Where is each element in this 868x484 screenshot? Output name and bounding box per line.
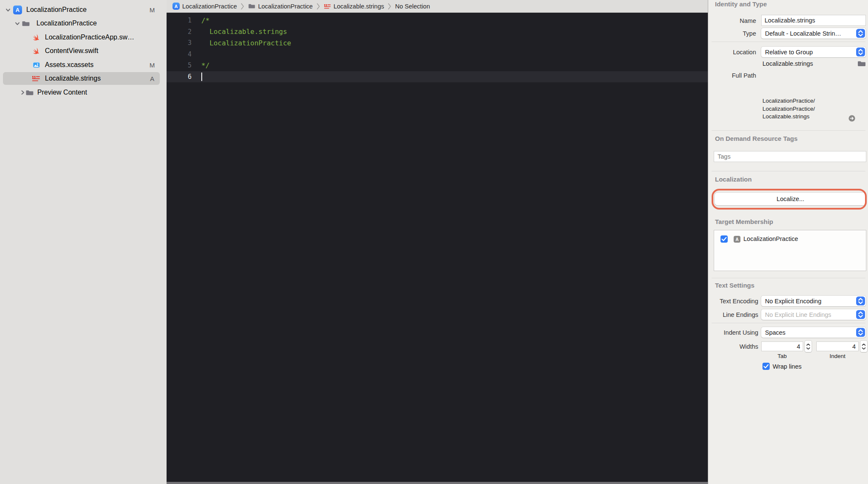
tab-sublabel: Tab xyxy=(761,353,803,359)
breadcrumb-separator-icon xyxy=(241,3,244,10)
location-file-name: Localizable.strings xyxy=(762,60,813,67)
source-control-badge: M xyxy=(148,58,156,72)
target-membership-list: A LocalizationPractice xyxy=(714,230,866,271)
tab-width-field[interactable] xyxy=(761,341,803,351)
breadcrumb-label: LocalizationPractice xyxy=(258,3,313,10)
sidebar-item-label: LocalizationPractice xyxy=(36,17,97,30)
target-label: LocalizationPractice xyxy=(743,235,798,242)
sidebar-item-assets[interactable]: Assets.xcassets M xyxy=(0,58,167,72)
app-icon: A xyxy=(172,3,180,10)
text-encoding-label: Text Encoding xyxy=(708,298,758,305)
code-text: */ xyxy=(192,62,209,70)
code-line: 2 Localizable.strings xyxy=(167,26,708,38)
target-checkbox[interactable] xyxy=(721,235,728,243)
sidebar-item-localizable-strings[interactable]: Localizable.strings A xyxy=(0,72,167,85)
breadcrumb-label: Localizable.strings xyxy=(334,3,384,10)
line-number: 3 xyxy=(167,39,192,47)
folder-icon xyxy=(25,86,34,99)
text-cursor xyxy=(201,73,202,81)
folder-icon xyxy=(248,3,256,9)
full-path-value: LocalizationPractice/ LocalizationPracti… xyxy=(762,97,815,121)
tags-input[interactable] xyxy=(714,151,866,162)
popup-stepper-icon xyxy=(856,48,865,56)
name-field[interactable] xyxy=(761,15,866,26)
widths-label: Widths xyxy=(708,343,758,350)
location-label: Location xyxy=(708,49,756,56)
code-line: 1 /* xyxy=(167,15,708,26)
wrap-lines-label: Wrap lines xyxy=(773,363,801,370)
section-title-text-settings: Text Settings xyxy=(715,282,754,289)
tab-width-stepper[interactable] xyxy=(805,341,812,352)
code-area[interactable]: 1 /* 2 Localizable.strings 3 Localizatio… xyxy=(167,13,708,482)
sidebar-item-label: Preview Content xyxy=(37,86,87,99)
swift-icon xyxy=(32,31,40,44)
reveal-path-arrow-icon[interactable] xyxy=(849,115,855,123)
line-number: 6 xyxy=(167,73,192,81)
indent-width-stepper[interactable] xyxy=(860,341,867,352)
popup-stepper-icon xyxy=(856,29,865,38)
choose-folder-icon[interactable] xyxy=(857,60,866,69)
location-popup[interactable]: Relative to Group xyxy=(761,47,866,57)
disclosure-chevron-right-icon[interactable] xyxy=(19,86,25,99)
popup-stepper-icon xyxy=(856,310,865,319)
breadcrumb-label: LocalizationPractice xyxy=(182,3,237,10)
xcode-window: A LocalizationPractice M LocalizationPra… xyxy=(0,0,868,484)
code-line: 5 */ xyxy=(167,60,708,71)
indent-using-popup[interactable]: Spaces xyxy=(761,327,866,338)
line-endings-label: Line Endings xyxy=(708,311,758,318)
code-text: Localizable.strings xyxy=(192,28,287,36)
name-label: Name xyxy=(708,17,756,24)
breadcrumb-file[interactable]: Localizable.strings xyxy=(324,3,384,10)
sidebar-item-project-root[interactable]: A LocalizationPractice M xyxy=(0,3,167,17)
type-label: Type xyxy=(708,30,756,37)
file-inspector: Identity and Type Name Type Default - Lo… xyxy=(708,0,868,484)
folder-icon xyxy=(22,17,30,30)
assets-icon xyxy=(32,58,41,72)
line-endings-popup[interactable]: No Explicit Line Endings xyxy=(761,309,866,320)
sidebar-item-preview-content[interactable]: Preview Content xyxy=(0,86,167,99)
sidebar-item-label: Assets.xcassets xyxy=(45,58,94,72)
line-number: 1 xyxy=(167,17,192,24)
section-title-identity: Identity and Type xyxy=(715,0,767,8)
source-control-badge: A xyxy=(148,72,156,85)
section-title-localization: Localization xyxy=(715,176,752,183)
popup-stepper-icon xyxy=(856,297,865,305)
breadcrumb-project[interactable]: A LocalizationPractice xyxy=(172,3,237,10)
sidebar-item-group[interactable]: LocalizationPractice xyxy=(0,17,167,30)
indent-width-field[interactable] xyxy=(816,341,859,351)
line-number: 2 xyxy=(167,28,192,36)
source-editor: A LocalizationPractice LocalizationPract… xyxy=(167,0,708,484)
editor-bottom-divider xyxy=(167,482,708,484)
disclosure-chevron-down-icon[interactable] xyxy=(5,3,11,17)
target-app-icon: A xyxy=(734,236,740,243)
line-number: 4 xyxy=(167,50,192,58)
project-navigator: A LocalizationPractice M LocalizationPra… xyxy=(0,0,167,484)
breadcrumb-separator-icon xyxy=(317,3,320,10)
code-line: 4 xyxy=(167,49,708,60)
section-title-odr-tags: On Demand Resource Tags xyxy=(715,135,798,142)
app-icon: A xyxy=(13,3,22,17)
localize-button[interactable]: Localize... xyxy=(715,193,866,205)
sidebar-item-label: LocalizationPracticeApp.sw… xyxy=(45,31,134,44)
strings-icon xyxy=(32,72,40,85)
breadcrumb-group[interactable]: LocalizationPractice xyxy=(248,3,313,10)
popup-stepper-icon xyxy=(856,328,865,337)
sidebar-item-contentview[interactable]: ContentView.swift xyxy=(0,44,167,58)
jump-bar: A LocalizationPractice LocalizationPract… xyxy=(167,0,708,13)
text-encoding-popup[interactable]: No Explicit Encoding xyxy=(761,296,866,306)
code-text: /* xyxy=(192,17,209,25)
sidebar-item-label: LocalizationPractice xyxy=(26,3,86,17)
type-popup[interactable]: Default - Localizable Strin… xyxy=(761,28,866,39)
wrap-lines-checkbox[interactable] xyxy=(762,363,770,370)
code-line: 3 LocalizationPractice xyxy=(167,37,708,49)
disclosure-chevron-down-icon[interactable] xyxy=(14,17,20,30)
sidebar-item-app-swift[interactable]: LocalizationPracticeApp.sw… xyxy=(0,31,167,44)
breadcrumb-separator-icon xyxy=(388,3,391,10)
swift-icon xyxy=(32,44,40,58)
strings-icon xyxy=(324,3,331,9)
breadcrumb-no-selection[interactable]: No Selection xyxy=(395,3,430,10)
section-title-target-membership: Target Membership xyxy=(715,218,773,225)
code-line-current: 6 xyxy=(167,71,708,83)
indent-using-label: Indent Using xyxy=(708,329,758,336)
sidebar-item-label: ContentView.swift xyxy=(45,44,98,58)
